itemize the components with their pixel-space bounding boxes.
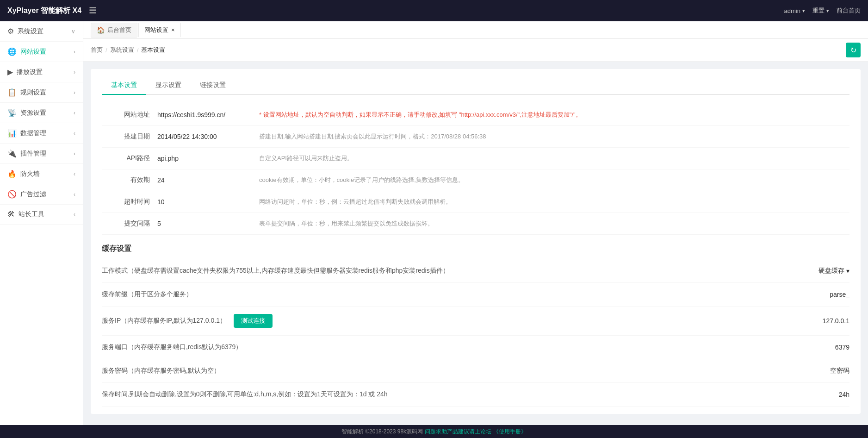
cache-select-work-mode[interactable]: 硬盘缓存 ▾ <box>720 267 849 275</box>
sidebar-item-play-settings[interactable]: ▶ 播放设置 › <box>0 62 83 82</box>
form-row-api-path: API路径 api.php 自定义API路径可以用来防止盗用。 <box>102 148 849 169</box>
sidebar-label-rule-settings: 规则设置 <box>20 88 46 97</box>
cache-row-work-mode: 工作模式（硬盘缓存需设置cache文件夹权限为755以上,内存缓存速度最快但需服… <box>102 259 849 283</box>
footer-manual-link[interactable]: 《使用手册》 <box>493 428 527 436</box>
resource-icon: 📡 <box>7 108 17 117</box>
sidebar: ⚙ 系统设置 ∨ 🌐 网站设置 › ▶ 播放设置 › 📋 规则设置 › 📡 资源… <box>0 21 83 425</box>
select-arrow-icon: ▾ <box>846 267 849 275</box>
refresh-button[interactable]: ↻ <box>846 43 861 57</box>
sidebar-arrow-webmaster-tools: ‹ <box>74 211 75 218</box>
header-right: admin 重置 前台首页 <box>784 6 861 15</box>
tab-bar: 🏠 后台首页 网站设置 × <box>83 21 868 39</box>
footer-copyright: 智能解析 ©2018-2023 98k源码网 <box>341 428 423 436</box>
cache-label-service-port: 服务端口（内存缓存服务端口,redis默认为6379） <box>102 343 720 351</box>
cache-row-service-password: 服务密码（内存缓存服务密码,默认为空） 空密码 <box>102 359 849 383</box>
work-mode-value: 硬盘缓存 <box>818 267 844 275</box>
form-row-validity: 有效期 24 cookie有效期，单位：小时，cookie记录了用户的线路选择,… <box>102 169 849 191</box>
admin-menu[interactable]: admin <box>784 7 805 14</box>
sidebar-item-resource-settings[interactable]: 📡 资源设置 ‹ <box>0 103 83 123</box>
app-header: XyPlayer 智能解析 X4 ☰ admin 重置 前台首页 <box>0 0 868 21</box>
main-content: 🏠 后台首页 网站设置 × 首页 / 系统设置 / 基本设置 ↻ 基本设置 显示… <box>83 21 868 425</box>
sidebar-item-ad-filter[interactable]: 🚫 广告过滤 ‹ <box>0 184 83 205</box>
cache-value-save-time: 24h <box>720 391 849 398</box>
settings-icon: ⚙ <box>7 27 14 36</box>
tab-home[interactable]: 🏠 后台首页 <box>91 23 137 38</box>
website-icon: 🌐 <box>7 47 17 56</box>
sidebar-arrow-firewall: ‹ <box>74 171 75 177</box>
ad-filter-icon: 🚫 <box>7 190 17 199</box>
cache-row-prefix: 缓存前缀（用于区分多个服务） parse_ <box>102 283 849 307</box>
breadcrumb-current: 基本设置 <box>141 46 165 54</box>
home-icon: 🏠 <box>97 26 105 34</box>
breadcrumb: 首页 / 系统设置 / 基本设置 <box>91 46 165 54</box>
sidebar-item-data-management[interactable]: 📊 数据管理 ‹ <box>0 123 83 144</box>
cache-label-service-password: 服务密码（内存缓存服务密码,默认为空） <box>102 367 720 375</box>
cache-row-service-port: 服务端口（内存缓存服务端口,redis默认为6379） 6379 <box>102 336 849 359</box>
cache-label-save-time: 保存时间,到期会自动删除,设置为0则不删除,可用单位:d,h,m,s,例如：设置… <box>102 390 720 399</box>
breadcrumb-system[interactable]: 系统设置 <box>110 46 134 54</box>
form-row-website-url: 网站地址 https://ceshi1.9s999.cn/ * 设置网站地址，默… <box>102 104 849 126</box>
sidebar-label-system-settings: 系统设置 <box>18 27 43 36</box>
menu-toggle-icon[interactable]: ☰ <box>89 6 96 16</box>
test-connection-button[interactable]: 测试连接 <box>234 314 273 328</box>
webmaster-icon: 🛠 <box>7 210 15 219</box>
sidebar-item-rule-settings[interactable]: 📋 规则设置 › <box>0 82 83 103</box>
hint-validity: cookie有效期，单位：小时，cookie记录了用户的线路选择,集数选择等信息… <box>259 176 849 184</box>
sidebar-item-plugin-management[interactable]: 🔌 插件管理 ‹ <box>0 144 83 164</box>
sidebar-arrow-play-settings: › <box>74 69 75 75</box>
sidebar-label-plugin-management: 插件管理 <box>20 150 46 158</box>
sub-tab-basic[interactable]: 基本设置 <box>102 76 146 95</box>
sidebar-label-website-settings: 网站设置 <box>20 48 46 56</box>
label-api-path: API路径 <box>102 154 157 163</box>
value-website-url: https://ceshi1.9s999.cn/ <box>157 111 259 119</box>
content-area: 基本设置 显示设置 链接设置 网站地址 https://ceshi1.9s999… <box>83 62 868 421</box>
tab-website-settings[interactable]: 网站设置 × <box>138 23 181 38</box>
sub-tab-link[interactable]: 链接设置 <box>191 76 235 95</box>
reset-menu[interactable]: 重置 <box>812 6 829 15</box>
hint-build-date: 搭建日期,输入网站搭建日期,搜索页会以此显示运行时间，格式：2017/08/28… <box>259 132 849 141</box>
cache-value-prefix: parse_ <box>720 291 849 298</box>
breadcrumb-sep1: / <box>105 47 107 54</box>
sidebar-label-data-management: 数据管理 <box>20 129 46 138</box>
sidebar-arrow-resource-settings: ‹ <box>74 110 75 116</box>
footer-forum-link[interactable]: 问题求助产品建议请上论坛 <box>425 428 491 436</box>
cache-value-service-port: 6379 <box>720 344 849 351</box>
cache-value-service-password: 空密码 <box>720 367 849 375</box>
sub-tabs: 基本设置 显示设置 链接设置 <box>102 76 849 95</box>
cache-section-title: 缓存设置 <box>102 235 849 259</box>
sidebar-item-system-settings[interactable]: ⚙ 系统设置 ∨ <box>0 21 83 42</box>
cache-label-prefix: 缓存前缀（用于区分多个服务） <box>102 290 720 299</box>
tab-close-icon[interactable]: × <box>171 26 175 33</box>
hint-website-url: * 设置网站地址，默认为空自动判断，如果显示不正确，请手动修改,如填写 "htt… <box>259 111 849 119</box>
label-website-url: 网站地址 <box>102 111 157 119</box>
sub-tab-display[interactable]: 显示设置 <box>146 76 191 95</box>
front-page-link[interactable]: 前台首页 <box>837 6 861 15</box>
sidebar-label-webmaster-tools: 站长工具 <box>19 210 44 219</box>
hint-submit-interval: 表单提交间隔，单位：秒，用来禁止频繁提交以免造成数据损坏。 <box>259 219 849 228</box>
form-row-build-date: 搭建日期 2014/05/22 14:30:00 搭建日期,输入网站搭建日期,搜… <box>102 126 849 148</box>
value-build-date: 2014/05/22 14:30:00 <box>157 133 259 140</box>
label-submit-interval: 提交间隔 <box>102 219 157 228</box>
sidebar-arrow-ad-filter: ‹ <box>74 191 75 198</box>
sidebar-label-firewall: 防火墙 <box>20 170 40 178</box>
hint-timeout: 网络访问超时，单位：秒，例：云播超过此值将判断失败就会调用解析。 <box>259 198 849 206</box>
app-footer: 智能解析 ©2018-2023 98k源码网 问题求助产品建议请上论坛 《使用手… <box>0 425 868 438</box>
rule-icon: 📋 <box>7 88 17 97</box>
label-validity: 有效期 <box>102 176 157 184</box>
label-build-date: 搭建日期 <box>102 132 157 141</box>
hint-api-path: 自定义API路径可以用来防止盗用。 <box>259 154 849 163</box>
cache-row-save-time: 保存时间,到期会自动删除,设置为0则不删除,可用单位:d,h,m,s,例如：设置… <box>102 383 849 407</box>
form-row-submit-interval: 提交间隔 5 表单提交间隔，单位：秒，用来禁止频繁提交以免造成数据损坏。 <box>102 213 849 235</box>
data-icon: 📊 <box>7 129 17 138</box>
breadcrumb-home[interactable]: 首页 <box>91 46 103 54</box>
plugin-icon: 🔌 <box>7 149 17 158</box>
label-timeout: 超时时间 <box>102 198 157 206</box>
cache-value-service-ip: 127.0.0.1 <box>720 317 849 325</box>
sidebar-item-website-settings[interactable]: 🌐 网站设置 › <box>0 42 83 62</box>
app-logo: XyPlayer 智能解析 X4 ☰ <box>7 6 784 16</box>
breadcrumb-bar: 首页 / 系统设置 / 基本设置 ↻ <box>83 39 868 62</box>
tab-website-settings-label: 网站设置 <box>144 26 168 34</box>
sidebar-item-webmaster-tools[interactable]: 🛠 站长工具 ‹ <box>0 205 83 225</box>
cache-label-work-mode: 工作模式（硬盘缓存需设置cache文件夹权限为755以上,内存缓存速度最快但需服… <box>102 267 720 275</box>
sidebar-item-firewall[interactable]: 🔥 防火墙 ‹ <box>0 164 83 184</box>
